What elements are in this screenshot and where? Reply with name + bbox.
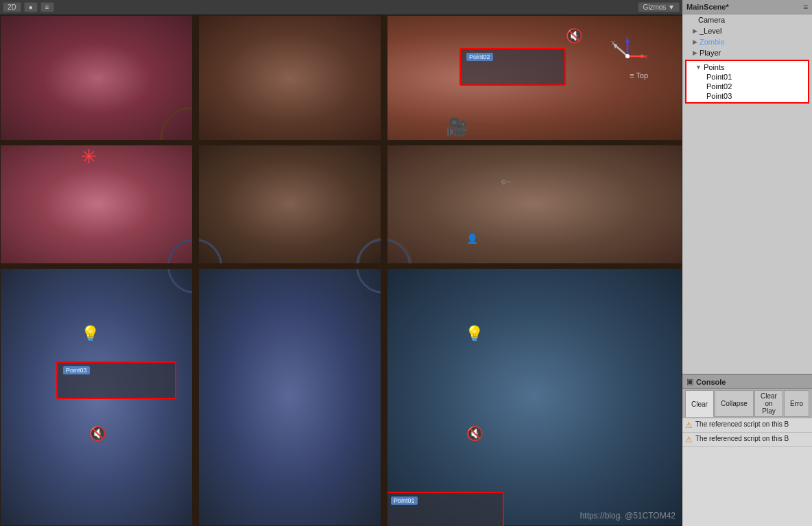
- toolbar-lighting-btn[interactable]: ●: [24, 2, 38, 12]
- right-panel: MainScene* ≡ Camera ▶ _Level ▶ Zombie ▶: [682, 0, 812, 526]
- red-light-icon: ✳: [81, 145, 97, 168]
- room-top-center: [195, 15, 384, 142]
- character-sprite2: 👤: [466, 233, 478, 244]
- point03-label: Point03: [63, 366, 90, 374]
- console-icon: ▣: [686, 377, 693, 386]
- scene-view: 2D ● ≡ Gizmos ▼: [0, 0, 682, 526]
- wall-h2: [0, 263, 682, 269]
- point01-hier-label: Point01: [706, 73, 732, 81]
- svg-text:X: X: [644, 53, 648, 60]
- console-tab-clearonplay[interactable]: Clear on Play: [754, 390, 783, 417]
- room-middle-center: [195, 142, 384, 265]
- speaker-icon-bl: 🔇: [89, 425, 106, 442]
- level-label: _Level: [700, 27, 721, 35]
- console-title: Console: [696, 378, 726, 386]
- wall-h1: [0, 140, 682, 145]
- point02-box: Point02: [459, 48, 566, 86]
- hierarchy-panel: MainScene* ≡ Camera ▶ _Level ▶ Zombie ▶: [682, 0, 812, 375]
- hierarchy-title: MainScene*: [686, 3, 729, 11]
- warning-icon-1: ⚠: [685, 435, 693, 444]
- hierarchy-item-point01[interactable]: Point01: [686, 72, 808, 82]
- console-entry-1[interactable]: ⚠ The referenced script on this B: [682, 433, 812, 447]
- point02-label: Point02: [466, 53, 493, 61]
- svg-line-4: [615, 45, 628, 56]
- blue-light-right: 💡: [465, 325, 483, 343]
- scene-view-label: ≡ Top: [630, 71, 648, 80]
- blue-light-left: 💡: [81, 325, 99, 343]
- hierarchy-menu-icon[interactable]: ≡: [803, 2, 808, 12]
- room-bottom-center: [195, 265, 384, 526]
- points-arrow: ▼: [695, 64, 702, 71]
- points-label: Points: [704, 63, 725, 71]
- camera-label: Camera: [698, 16, 725, 24]
- hierarchy-header: MainScene* ≡: [682, 0, 812, 14]
- svg-text:Z: Z: [625, 36, 629, 42]
- main-container: 2D ● ≡ Gizmos ▼: [0, 0, 812, 526]
- toolbar-gizmos-btn[interactable]: Gizmos ▼: [638, 2, 680, 12]
- console-tab-collapse[interactable]: Collapse: [715, 390, 754, 417]
- console-panel: ▣ Console Clear Collapse Clear on Play E…: [682, 375, 812, 526]
- scene-content: 🔇 🔇 🔇 🎥 ✳ ⚙~ 👤 💡 💡 Point02 Point03: [0, 15, 682, 526]
- point01-label: Point01: [391, 497, 418, 505]
- svg-point-6: [625, 54, 630, 58]
- hierarchy-item-point02[interactable]: Point02: [686, 82, 808, 91]
- zombie-label: Zombie: [700, 38, 725, 46]
- hierarchy-item-points[interactable]: ▼ Points: [686, 62, 808, 72]
- zombie-arrow: ▶: [693, 38, 697, 45]
- scene-toolbar: 2D ● ≡ Gizmos ▼: [0, 0, 682, 15]
- character-sprite: ⚙~: [501, 178, 511, 186]
- hierarchy-item-point03[interactable]: Point03: [686, 91, 808, 101]
- wall-v1: [192, 15, 199, 526]
- console-text-1: The referenced script on this B: [695, 435, 789, 442]
- point03-hier-label: Point03: [706, 92, 732, 100]
- console-entry-0[interactable]: ⚠ The referenced script on this B: [682, 418, 812, 433]
- points-group: ▼ Points Point01 Point02 Point03: [685, 60, 809, 104]
- console-tab-error[interactable]: Erro: [784, 390, 809, 417]
- warning-icon-0: ⚠: [685, 420, 693, 430]
- toolbar-audio-btn[interactable]: ≡: [40, 2, 54, 12]
- speaker-icon-br: 🔇: [466, 425, 483, 442]
- room-middle-left: [0, 142, 195, 265]
- hierarchy-item-zombie[interactable]: ▶ Zombie: [682, 36, 812, 47]
- console-text-0: The referenced script on this B: [695, 420, 789, 428]
- wall-v2: [381, 15, 387, 526]
- watermark: https://blog. @51CTOM42: [580, 511, 676, 521]
- toolbar-2d-btn[interactable]: 2D: [3, 2, 21, 12]
- console-tabs: Clear Collapse Clear on Play Erro: [682, 389, 812, 418]
- room-middle-right: [384, 142, 682, 265]
- camera-icon: 🎥: [446, 117, 468, 138]
- room-bottom-right: [384, 265, 682, 526]
- point02-hier-label: Point02: [706, 82, 732, 91]
- console-tab-clear[interactable]: Clear: [685, 390, 714, 417]
- level-arrow: ▶: [693, 27, 697, 34]
- point03-box: Point03: [56, 361, 176, 399]
- room-top-left: [0, 15, 195, 142]
- scene-gizmo: Z X Y: [607, 36, 648, 77]
- point01-box: Point01: [384, 492, 504, 526]
- hierarchy-item-level[interactable]: ▶ _Level: [682, 25, 812, 36]
- player-arrow: ▶: [693, 49, 697, 56]
- hierarchy-item-camera[interactable]: Camera: [682, 14, 812, 25]
- player-label: Player: [700, 49, 721, 57]
- console-header: ▣ Console: [682, 375, 812, 389]
- console-content: ⚠ The referenced script on this B ⚠ The …: [682, 418, 812, 526]
- speaker-icon-tr: 🔇: [566, 27, 583, 44]
- svg-text:Y: Y: [611, 40, 615, 46]
- hierarchy-item-player[interactable]: ▶ Player: [682, 47, 812, 58]
